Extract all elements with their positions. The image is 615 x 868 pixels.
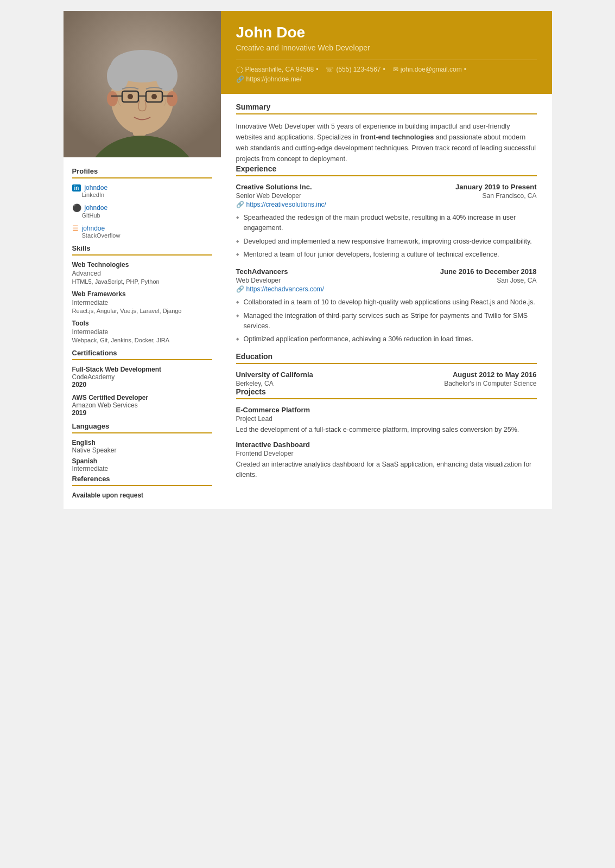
profile-linkedin: in johndoe LinkedIn <box>72 184 212 198</box>
edu-1-school: University of California <box>236 371 313 379</box>
education-divider <box>236 363 537 364</box>
skill-frameworks-name: Web Frameworks <box>72 290 212 298</box>
exp-2-role: Web Developer <box>236 277 281 284</box>
header-title: Creative and Innovative Web Developer <box>236 43 537 52</box>
skill-web-tech-name: Web Technologies <box>72 261 212 269</box>
svg-point-6 <box>156 61 177 91</box>
exp-1-header: Creative Solutions Inc. January 2019 to … <box>236 183 537 191</box>
linkedin-icon: in <box>72 184 81 192</box>
exp-1-company: Creative Solutions Inc. <box>236 183 312 191</box>
github-icon: ⚫ <box>72 203 81 212</box>
skill-frameworks: Web Frameworks Intermediate React.js, An… <box>72 290 212 314</box>
website-text: https://johndoe.me/ <box>246 75 302 83</box>
header-bar: John Doe Creative and Innovative Web Dev… <box>221 11 552 94</box>
location-icon: ◯ <box>236 66 243 73</box>
link-icon-2: 🔗 <box>236 285 244 293</box>
lang-spanish: Spanish Intermediate <box>72 457 212 473</box>
exp-1-location: San Francisco, CA <box>482 192 536 200</box>
exp-1-dates: January 2019 to Present <box>455 183 537 191</box>
skill-web-tech-keywords: HTML5, JavaScript, PHP, Python <box>72 278 212 285</box>
projects-divider <box>236 398 537 399</box>
skills-title: Skills <box>72 244 212 252</box>
cert-1-issuer: CodeAcademy <box>72 373 212 381</box>
contact-phone: ☏ (555) 123-4567 • <box>326 66 385 73</box>
summary-section: Summary Innovative Web Developer with 5 … <box>236 103 537 164</box>
profiles-divider <box>72 177 212 178</box>
contact-email: ✉ john.doe@gmail.com • <box>393 66 466 73</box>
exp-1-url-text: https://creativesolutions.inc/ <box>246 201 326 208</box>
resume-container: Profiles in johndoe LinkedIn ⚫ johndoe G… <box>64 11 552 509</box>
profiles-title: Profiles <box>72 167 212 175</box>
experience-item-2: TechAdvancers June 2016 to December 2018… <box>236 267 537 344</box>
svg-point-7 <box>107 91 118 106</box>
edu-1-sub: Berkeley, CA Bachelor's in Computer Scie… <box>236 380 537 387</box>
proj-1-desc: Led the development of a full-stack e-co… <box>236 425 537 435</box>
languages-divider <box>72 432 212 433</box>
lang-english-fluency: Native Speaker <box>72 446 212 454</box>
edu-1-location: Berkeley, CA <box>236 380 274 387</box>
profile-stackoverflow: ☰ johndoe StackOverflow <box>72 224 212 239</box>
exp-2-dates: June 2016 to December 2018 <box>440 267 537 276</box>
exp-2-bullet-1: Collaborated in a team of 10 to develop … <box>236 297 537 308</box>
phone-text: (555) 123-4567 <box>336 66 381 73</box>
languages-section: Languages English Native Speaker Spanish… <box>72 422 212 473</box>
header-divider <box>236 60 537 60</box>
proj-1-role: Project Lead <box>236 415 537 423</box>
left-sections: Profiles in johndoe LinkedIn ⚫ johndoe G… <box>64 157 221 509</box>
references-section: References Available upon request <box>72 475 212 499</box>
references-title: References <box>72 475 212 483</box>
cert-1-name: Full-Stack Web Development <box>72 366 212 373</box>
stackoverflow-network: StackOverflow <box>82 232 212 239</box>
header-contacts: ◯ Pleasantville, CA 94588 • ☏ (555) 123-… <box>236 66 537 83</box>
email-text: john.doe@gmail.com <box>401 66 462 73</box>
svg-point-8 <box>167 91 177 106</box>
skills-divider <box>72 254 212 256</box>
skill-tools-level: Intermediate <box>72 328 212 336</box>
proj-2-name: Interactive Dashboard <box>236 441 537 449</box>
lang-english-name: English <box>72 439 212 446</box>
skills-section: Skills Web Technologies Advanced HTML5, … <box>72 244 212 343</box>
summary-title: Summary <box>236 103 537 111</box>
exp-2-url: 🔗 https://techadvancers.com/ <box>236 285 537 293</box>
exp-1-bullet-3: Mentored a team of four junior developer… <box>236 250 537 260</box>
exp-1-sub: Senior Web Developer San Francisco, CA <box>236 192 537 200</box>
skill-frameworks-level: Intermediate <box>72 299 212 307</box>
certifications-section: Certifications Full-Stack Web Developmen… <box>72 349 212 417</box>
exp-1-bullets: Spearheaded the redesign of the main pro… <box>236 213 537 260</box>
svg-point-14 <box>128 94 133 99</box>
exp-2-sub: Web Developer San Jose, CA <box>236 277 537 284</box>
cert-2-date: 2019 <box>72 409 212 417</box>
svg-point-15 <box>151 94 157 99</box>
profile-github: ⚫ johndoe GitHub <box>72 203 212 219</box>
link-icon: 🔗 <box>236 75 244 83</box>
skill-tools: Tools Intermediate Webpack, Git, Jenkins… <box>72 320 212 343</box>
edu-1-degree: Bachelor's in Computer Science <box>444 380 536 387</box>
exp-1-bullet-2: Developed and implemented a new responsi… <box>236 237 537 247</box>
skill-tools-keywords: Webpack, Git, Jenkins, Docker, JIRA <box>72 337 212 343</box>
right-column: John Doe Creative and Innovative Web Dev… <box>221 11 552 509</box>
github-network: GitHub <box>82 212 212 219</box>
exp-2-bullets: Collaborated in a team of 10 to develop … <box>236 297 537 344</box>
experience-section: Experience Creative Solutions Inc. Janua… <box>236 164 537 344</box>
lang-spanish-name: Spanish <box>72 457 212 465</box>
projects-section: Projects E-Commerce Platform Project Lea… <box>236 387 537 480</box>
email-icon: ✉ <box>393 66 398 73</box>
linkedin-username: johndoe <box>84 184 107 192</box>
skill-tools-name: Tools <box>72 320 212 327</box>
references-text: Available upon request <box>72 492 212 499</box>
exp-2-bullet-3: Optimized application performance, achie… <box>236 334 537 344</box>
left-column: Profiles in johndoe LinkedIn ⚫ johndoe G… <box>64 11 221 509</box>
skill-web-tech-level: Advanced <box>72 270 212 277</box>
edu-1-header: University of California August 2012 to … <box>236 371 537 379</box>
certifications-title: Certifications <box>72 349 212 357</box>
stackoverflow-username: johndoe <box>82 225 105 232</box>
exp-2-header: TechAdvancers June 2016 to December 2018 <box>236 267 537 276</box>
lang-english: English Native Speaker <box>72 439 212 454</box>
exp-2-url-text: https://techadvancers.com/ <box>246 285 324 293</box>
exp-2-location: San Jose, CA <box>497 277 536 284</box>
github-username: johndoe <box>85 204 108 212</box>
exp-1-role: Senior Web Developer <box>236 192 302 200</box>
right-sections: Summary Innovative Web Developer with 5 … <box>221 94 552 493</box>
skill-web-tech: Web Technologies Advanced HTML5, JavaScr… <box>72 261 212 285</box>
location-text: Pleasantville, CA 94588 <box>245 66 314 73</box>
